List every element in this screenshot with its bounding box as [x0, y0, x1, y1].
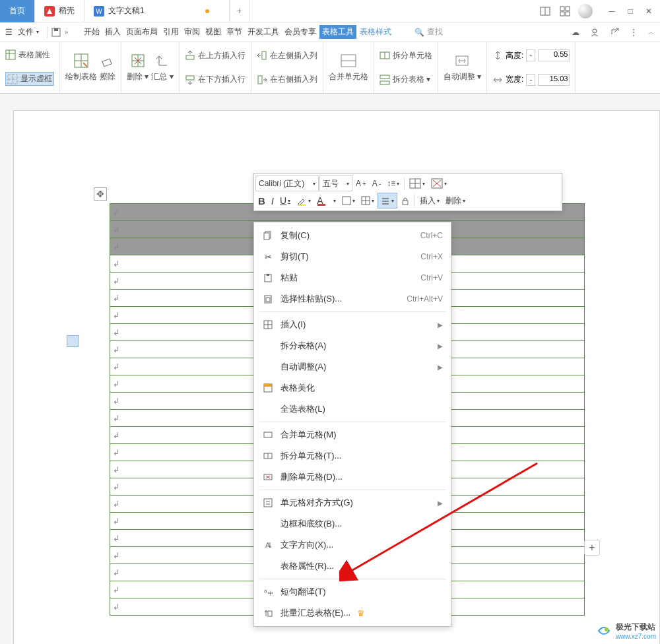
file-menu[interactable]: 文件▾ — [14, 26, 43, 38]
menu-table-style[interactable]: 表格样式 — [358, 26, 393, 38]
underline-button[interactable]: U▾ — [277, 193, 293, 209]
close-button[interactable]: ✕ — [643, 5, 655, 17]
insert-above-button[interactable]: 在上方插入行 — [185, 50, 246, 61]
split-table-button[interactable]: 拆分表格 ▾ — [380, 74, 432, 85]
clipboard-hint-icon[interactable] — [67, 335, 79, 347]
svg-rect-8 — [566, 12, 570, 16]
add-column-button[interactable]: + — [584, 540, 600, 556]
show-gridlines-button[interactable]: 显示虚框 — [5, 72, 54, 86]
collapse-ribbon-icon[interactable]: ︿ — [648, 28, 655, 37]
bold-button[interactable]: B — [255, 193, 268, 209]
layout-icon[interactable] — [539, 5, 552, 18]
mini-insert-button[interactable]: 插入▾ — [417, 193, 442, 209]
tab-document[interactable]: W 文字文稿1 — [84, 0, 230, 22]
ctx-delete-cell[interactable]: 删除单元格(D)... — [254, 467, 451, 488]
menu-review[interactable]: 审阅 — [182, 26, 202, 38]
insert-right-button[interactable]: 在右侧插入列 — [257, 74, 317, 85]
font-combo[interactable]: Calibri (正文)▾ — [255, 176, 319, 191]
menu-devtools[interactable]: 开发工具 — [246, 26, 281, 38]
ctx-paste-special[interactable]: 选择性粘贴(S)...Ctrl+Alt+V — [254, 288, 451, 309]
height-value[interactable]: 0.55 — [538, 49, 570, 61]
ctx-text-direction[interactable]: A文字方向(X)... — [254, 534, 451, 556]
delete-button[interactable]: 删除 ▾ — [127, 48, 148, 88]
table-properties-button[interactable]: 表格属性 — [5, 49, 54, 61]
tab-add[interactable]: + — [230, 0, 249, 22]
table-move-handle[interactable]: ✥ — [94, 187, 107, 201]
summary-button[interactable]: 汇总 ▾ — [151, 48, 173, 88]
width-label: 宽度: — [506, 74, 523, 85]
width-decrement[interactable]: - — [526, 74, 535, 86]
split-table-icon — [380, 75, 390, 85]
autofit-button[interactable]: 自动调整 ▾ — [444, 48, 481, 88]
lock-button[interactable] — [398, 193, 412, 209]
draw-table-button[interactable]: 绘制表格 — [65, 48, 97, 88]
menu-start[interactable]: 开始 — [82, 26, 102, 38]
maximize-button[interactable]: □ — [624, 5, 636, 17]
line-spacing-button[interactable]: ↕≡▾ — [384, 176, 402, 191]
menu-view[interactable]: 视图 — [203, 26, 223, 38]
ctx-beautify[interactable]: 表格美化 — [254, 377, 451, 399]
borders-button[interactable]: ▾ — [339, 193, 358, 209]
decrease-font-button[interactable]: A- — [370, 176, 383, 191]
split-cells-button[interactable]: 拆分单元格 — [380, 50, 432, 61]
ctx-split-cell[interactable]: 拆分单元格(T)... — [254, 445, 451, 467]
minimize-button[interactable]: ─ — [606, 5, 618, 17]
svg-rect-77 — [268, 611, 272, 616]
more-quick-icon[interactable]: » — [65, 28, 69, 36]
svg-rect-29 — [262, 51, 266, 59]
tab-docer[interactable]: 稻壳 — [35, 0, 84, 22]
split-icon — [262, 450, 274, 462]
ctx-cell-align[interactable]: 单元格对齐方式(G)▶ — [254, 492, 451, 513]
table-insert-icon[interactable]: ▾ — [407, 176, 428, 191]
italic-button[interactable]: I — [269, 193, 277, 209]
col-width: 宽度: - 15.03 — [492, 74, 570, 86]
align-button[interactable]: ▾ — [378, 193, 397, 209]
ctx-cut[interactable]: ✂剪切(T)Ctrl+X — [254, 246, 451, 267]
menu-reference[interactable]: 引用 — [161, 26, 181, 38]
insert-left-button[interactable]: 在左侧插入列 — [257, 50, 317, 61]
fontsize-combo[interactable]: 五号▾ — [319, 176, 352, 191]
width-value[interactable]: 15.03 — [538, 74, 570, 86]
increase-font-button[interactable]: A+ — [353, 176, 369, 191]
grid-icon[interactable] — [558, 5, 572, 18]
svg-rect-27 — [186, 55, 194, 59]
ctx-select-all[interactable]: 全选表格(L) — [254, 399, 451, 420]
ctx-table-properties[interactable]: 表格属性(R)... — [254, 556, 451, 577]
ctx-translate[interactable]: a中短句翻译(T) — [254, 581, 451, 602]
user-icon[interactable] — [590, 28, 599, 37]
height-icon — [492, 50, 503, 61]
mini-delete-button[interactable]: 删除▾ — [443, 193, 468, 209]
ctx-batch-summary[interactable]: 批量汇总表格(E)... ♛ — [254, 602, 451, 624]
more-icon[interactable]: ⋮ — [630, 28, 638, 37]
ctx-split-table[interactable]: 拆分表格(A)▶ — [254, 335, 451, 356]
docer-icon — [44, 6, 55, 16]
font-color-button[interactable]: A▾ — [314, 193, 339, 209]
ctx-borders[interactable]: 边框和底纹(B)... — [254, 513, 451, 534]
cloud-icon[interactable]: ☁ — [572, 28, 579, 37]
menu-member[interactable]: 会员专享 — [282, 26, 318, 38]
ctx-insert[interactable]: 插入(I)▶ — [254, 314, 451, 335]
menu-icon[interactable]: ☰ — [5, 28, 13, 37]
save-icon[interactable] — [51, 28, 61, 37]
tab-document-label: 文字文稿1 — [108, 5, 145, 16]
shading-button[interactable]: ▾ — [358, 193, 377, 209]
share-icon[interactable] — [610, 28, 619, 37]
insert-below-button[interactable]: 在下方插入行 — [185, 74, 246, 85]
menu-chapter[interactable]: 章节 — [224, 26, 244, 38]
avatar[interactable] — [578, 4, 593, 18]
table-delete-icon[interactable]: ▾ — [428, 176, 449, 191]
height-decrement[interactable]: - — [526, 49, 535, 61]
highlight-button[interactable]: ▾ — [294, 193, 314, 209]
eraser-button[interactable]: 擦除 — [100, 48, 116, 88]
menu-table-tools[interactable]: 表格工具 — [319, 25, 356, 39]
ctx-merge[interactable]: 合并单元格(M) — [254, 424, 451, 445]
search-box[interactable]: 🔍 查找 — [414, 26, 443, 38]
merge-cells-button[interactable]: 合并单元格 — [329, 48, 368, 88]
ctx-autofit[interactable]: 自动调整(A)▶ — [254, 356, 451, 377]
ctx-paste[interactable]: 粘贴Ctrl+V — [254, 267, 451, 288]
ctx-copy[interactable]: 复制(C)Ctrl+C — [254, 225, 451, 246]
menu-insert[interactable]: 插入 — [103, 26, 123, 38]
menu-layout[interactable]: 页面布局 — [124, 26, 160, 38]
tab-home[interactable]: 首页 — [0, 0, 35, 22]
svg-rect-12 — [6, 50, 15, 59]
